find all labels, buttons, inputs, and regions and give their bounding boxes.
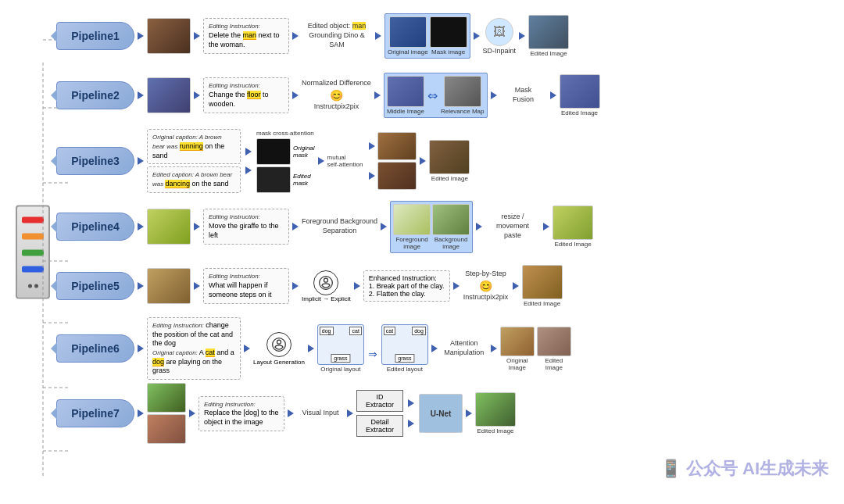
p2-blue-box: Middle Image ⇔ Relevance Map — [384, 73, 488, 118]
pipeline5-text: Pipeline5 — [71, 280, 119, 292]
p2-input-thumb — [147, 77, 191, 113]
p5-output-group: Edited Image — [522, 265, 563, 307]
p6-orig-cap-title: Original caption: — [152, 349, 198, 356]
p6-orig-out-group: OriginalImage — [500, 327, 535, 371]
p5-step1: 1. Break part of the clay. — [369, 282, 445, 290]
p3-mask-images: Originalmask Editedmask — [256, 138, 315, 193]
p6-openai-group: Layout Generation — [253, 332, 305, 366]
p5-enhanced-title: Enhanced Instruction: — [369, 274, 437, 282]
p3-masks-group: mask cross-attention Originalmask Edited… — [256, 130, 315, 193]
p6-openai-logo — [266, 332, 291, 357]
p7-input2-thumb — [147, 414, 186, 444]
p7-unet-group: U-Net — [419, 394, 463, 433]
pipeline-row-7: Pipeline7 Editing Instruction: Replace t… — [56, 383, 822, 444]
p1-orig-label: Original image — [388, 48, 428, 55]
p2-output-label: Edited Image — [561, 109, 598, 116]
p2-method-label: Instructpix2pix — [313, 102, 359, 112]
p6-orig-layout-group: dog cat grass Original layout — [317, 324, 364, 373]
arrow-p2-3 — [292, 91, 299, 99]
input-device — [16, 206, 50, 299]
pipeline2-text: Pipeline2 — [71, 89, 119, 102]
p6-orig-out-thumb — [500, 327, 535, 356]
arrow-p5-4 — [354, 282, 360, 290]
p7-extractor-arrows — [408, 399, 414, 427]
p6-highlight-cat: cat — [206, 349, 215, 357]
p3-bear-thumb — [377, 132, 417, 160]
p2-arrow-icon: ⇔ — [427, 88, 438, 103]
pipelines-area: Pipeline1 Editing Instruction: Delete th… — [56, 8, 822, 504]
p6-orig-out-label: OriginalImage — [506, 357, 528, 371]
p1-instr-title: Editing Instruction: — [209, 23, 260, 30]
p2-process-group: Normalized Difference 😊 Instructpix2pix — [302, 79, 371, 111]
p2-double-arrow: ⇔ — [426, 76, 439, 115]
p3-orig-mask-thumb — [256, 138, 291, 165]
arrow-p2-4 — [374, 91, 381, 99]
arrow-p6-3 — [308, 345, 314, 352]
p1-orig-group: Original image — [388, 16, 428, 55]
p1-highlight-man: man — [243, 31, 257, 40]
arrow-p5-3 — [292, 282, 299, 290]
p7-unet-label: U-Net — [431, 409, 452, 418]
arrow-p4-6 — [543, 223, 549, 231]
p1-process: Edited object: man Grounding Dino & SAM — [302, 22, 372, 49]
p6-orig-layout-box: dog cat grass — [317, 324, 364, 365]
p6-layout-arrow: ⇒ — [368, 348, 377, 360]
arrow-p4-4 — [381, 223, 387, 231]
arrow-p5-1 — [138, 282, 144, 290]
p5-step2: 2. Flatten the clay. — [369, 290, 426, 298]
arrow-p1-4 — [375, 32, 381, 40]
p5-step-label: Step-by-Step — [463, 270, 510, 279]
arrow-p1-6 — [519, 32, 525, 40]
p6-orig-layout-label: Original layout — [320, 366, 360, 373]
p1-mask-label: Mask image — [431, 48, 465, 55]
pipeline7-text: Pipeline7 — [71, 407, 119, 420]
p3-highlight-running: running — [180, 142, 203, 151]
pipeline4-label: Pipeline4 — [56, 213, 134, 241]
pipeline3-text: Pipeline3 — [71, 155, 119, 167]
input-device-block — [9, 0, 56, 504]
p6-edit-cat-label: cat — [384, 327, 395, 335]
input-bar-1 — [22, 216, 44, 223]
arrow-p7-6 — [466, 409, 472, 417]
p7-output-label: Edited Image — [477, 427, 513, 434]
arrow-p2-2 — [194, 91, 200, 99]
p5-openai-group: Implicit → Explicit — [302, 270, 351, 302]
p4-blue-box: Foreground image Background image — [390, 201, 473, 253]
arrow-p1-2 — [194, 32, 200, 40]
p5-input-thumb — [147, 268, 191, 304]
arrow-p4-2 — [194, 223, 200, 231]
p2-mid-label: Middle Image — [387, 108, 424, 115]
p4-bg-thumb — [432, 204, 470, 235]
p4-output-group: Edited Image — [553, 206, 593, 248]
arrow-p7-2 — [189, 409, 195, 417]
p1-output-thumb — [528, 15, 569, 49]
p4-fg-group: Foreground image — [393, 204, 431, 250]
p3-edited-thumb — [377, 162, 417, 190]
input-bar-3 — [22, 249, 44, 256]
p4-fg-thumb — [393, 204, 431, 235]
p2-rel-thumb — [444, 76, 481, 107]
input-bar-2 — [22, 233, 44, 239]
p3-orig-mask-row: Originalmask — [256, 138, 315, 165]
p5-implicit-label: Implicit → Explicit — [302, 295, 351, 302]
p3-results-group — [369, 132, 417, 190]
p3-mutual-label: mutualself-attention — [327, 154, 363, 168]
p6-edit-layout-label: Edited layout — [387, 366, 423, 373]
p6-edit-layout-group: cat dog grass Edited layout — [381, 324, 428, 373]
arrow-p3-2b — [245, 166, 252, 174]
p3-edit-mask-label: Editedmask — [293, 173, 311, 187]
dot-1 — [28, 284, 32, 288]
arrow-p4-3 — [292, 223, 299, 231]
p4-output-label: Edited Image — [554, 241, 591, 248]
p4-instruction-box: Editing Instruction: Move the giraffe to… — [203, 209, 289, 244]
p6-edit-dog-label: dog — [412, 327, 426, 335]
pipeline1-label: Pipeline1 — [56, 22, 134, 50]
dot-row — [28, 284, 38, 288]
p4-input-thumb — [147, 209, 191, 245]
p7-instr-title: Editing Instruction: — [204, 401, 256, 408]
arrow-p3-3 — [318, 157, 324, 165]
p2-rel-group: Relevance Map — [441, 76, 485, 115]
p1-output-label: Edited Image — [531, 50, 567, 57]
p4-fg-label: Foreground image — [395, 236, 427, 250]
p3-orig-caption-box: Original caption: A brown bear was runni… — [147, 129, 241, 164]
